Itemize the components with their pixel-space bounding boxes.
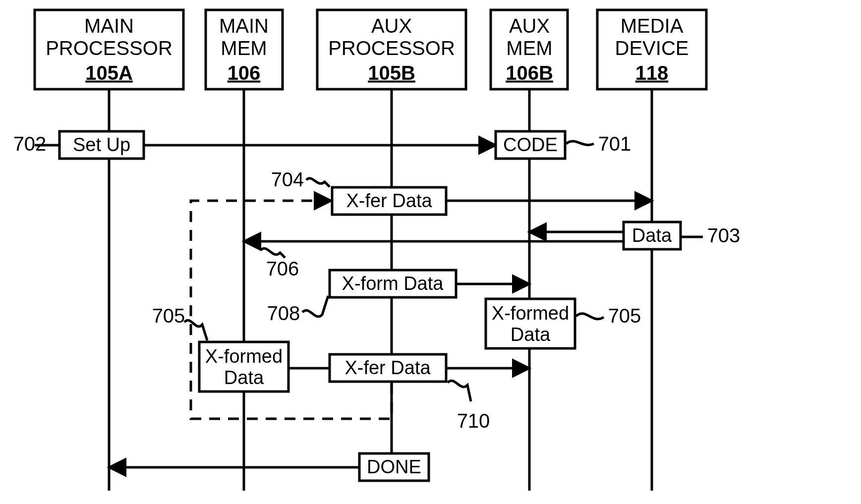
hdr-main-proc-l2: PROCESSOR (46, 37, 172, 59)
label-705a: 705 (152, 305, 185, 327)
hdr-main-proc-ref: 105A (85, 62, 133, 84)
leader-705b (576, 314, 604, 319)
txt-xformed-main-l2: Data (224, 367, 264, 388)
leader-706 (260, 248, 285, 258)
hdr-main-proc-l1: MAIN (84, 15, 134, 37)
label-706: 706 (266, 258, 299, 280)
label-704: 704 (271, 168, 304, 190)
leader-704 (306, 178, 330, 187)
txt-setup: Set Up (73, 134, 130, 155)
txt-xformed-main-l1: X-formed (205, 346, 283, 367)
txt-xformed-aux-l2: Data (511, 324, 551, 345)
hdr-aux-proc-l2: PROCESSOR (328, 37, 455, 59)
hdr-aux-mem-ref: 106B (506, 62, 553, 84)
hdr-main-mem-l2: MEM (221, 37, 267, 59)
hdr-aux-proc-l1: AUX (371, 15, 412, 37)
hdr-aux-proc-ref: 105B (368, 62, 415, 84)
label-702: 702 (13, 133, 47, 155)
hdr-aux-mem-l1: AUX (509, 15, 550, 37)
hdr-media-l1: MEDIA (621, 15, 684, 37)
txt-xformed-aux-l1: X-formed (492, 303, 569, 324)
txt-data: Data (632, 225, 672, 246)
hdr-media-l2: DEVICE (615, 37, 689, 59)
label-708: 708 (267, 302, 300, 324)
label-703: 703 (707, 224, 741, 246)
txt-done: DONE (367, 456, 421, 477)
txt-code: CODE (503, 134, 558, 155)
leader-710 (448, 381, 471, 401)
leader-708 (302, 296, 328, 317)
label-710: 710 (457, 410, 490, 432)
txt-xfer2: X-fer Data (344, 357, 431, 378)
label-705b: 705 (608, 305, 641, 327)
hdr-aux-mem-l2: MEM (506, 37, 552, 59)
label-701: 701 (598, 133, 631, 155)
hdr-main-mem-l1: MAIN (219, 15, 269, 37)
txt-xfer1: X-fer Data (346, 190, 432, 211)
hdr-media-ref: 118 (635, 62, 669, 84)
leader-701 (566, 141, 594, 145)
leader-705a (184, 320, 207, 340)
txt-xform: X-form Data (342, 273, 444, 294)
hdr-main-mem-ref: 106 (228, 62, 261, 84)
sequence-diagram: MAIN PROCESSOR 105A MAIN MEM 106 AUX PRO… (0, 0, 861, 504)
